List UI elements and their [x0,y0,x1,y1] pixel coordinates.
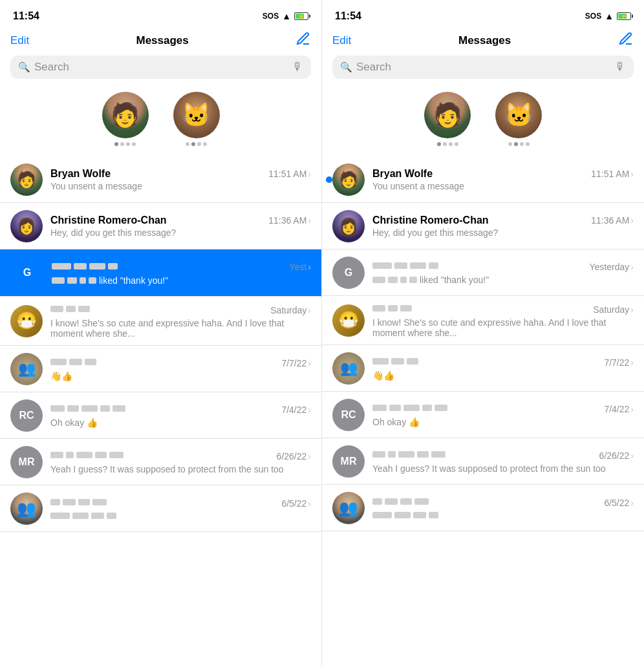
redacted-bar [409,277,417,283]
time-label: 11:51 AM [591,169,629,179]
conversation-avatar: RC [10,399,43,432]
contact-name-redacted [372,449,445,460]
pinned-contact-1[interactable]: 🧑 [418,92,477,146]
search-icon: 🔍 [340,61,352,73]
conversation-header: 7/7/22 › [372,355,634,369]
conversation-row[interactable]: MR6/26/22 ›Yeah I guess? It was supposed… [0,439,321,485]
conversation-time: 11:36 AM › [268,215,311,226]
compose-button[interactable] [618,31,634,50]
conversation-row[interactable]: 👥7/7/22 ›👋👍 [0,346,321,392]
redacted-bar [388,277,398,283]
pinned-contact-2[interactable]: 🐱 [489,92,548,146]
conversation-content: 6/26/22 ›Yeah I guess? It was supposed t… [372,449,634,474]
conversation-row[interactable]: 👩Christine Romero-Chan11:36 AM ›Hey, did… [322,203,644,249]
message-preview: 👋👍 [50,371,311,381]
conversation-row[interactable]: 👥6/5/22 › [0,485,321,532]
pinned-contact-1[interactable]: 🧑 [96,92,155,146]
redacted-bar [391,358,404,365]
conversation-avatar: MR [10,446,43,478]
time-label: 11:51 AM [268,169,306,179]
conversation-row[interactable]: GYesterday ›liked "thank you!" [322,249,644,296]
dot-indicator [120,142,124,146]
redacted-bar [50,405,65,412]
time-label: 7/4/22 [281,405,306,415]
conversation-avatar: 👥 [332,352,365,385]
conversation-avatar: MR [332,445,365,478]
search-placeholder: Search [356,61,611,74]
conversation-content: Bryan Wolfe11:51 AM ›You unsent a messag… [50,168,311,191]
message-preview: You unsent a message [372,181,634,191]
conversation-header: 6/26/22 › [50,449,311,463]
redacted-bar [372,262,392,269]
conversations-list: 🧑Bryan Wolfe11:51 AM ›You unsent a messa… [0,156,321,667]
conversation-time: 7/7/22 › [281,358,311,368]
conversation-content: 7/7/22 ›👋👍 [50,356,311,381]
pinned-dots [508,142,530,146]
conversation-row[interactable]: GYest ›liked "thank you!" [0,249,321,297]
pinned-contact-2[interactable]: 🐱 [167,92,226,146]
search-bar[interactable]: 🔍 Search 🎙 [10,56,311,79]
conversation-time: 6/26/22 › [277,451,311,461]
edit-button[interactable]: Edit [332,34,351,47]
conversation-content: Christine Romero-Chan11:36 AM ›Hey, did … [372,215,634,238]
conversation-row[interactable]: RC7/4/22 ›Oh okay 👍 [0,392,321,439]
conversation-avatar: 🧑 [332,164,365,196]
conversation-avatar: 🧑 [10,164,43,196]
redacted-bar [66,306,76,312]
conversation-time: Yesterday › [590,262,634,272]
dot-indicator [197,142,201,146]
message-preview [372,511,634,520]
unread-indicator [326,176,332,183]
conversation-avatar: 👥 [10,353,43,385]
search-bar[interactable]: 🔍 Search 🎙 [332,56,634,79]
mic-icon[interactable]: 🎙 [292,61,303,74]
conversation-avatar: 👥 [10,492,43,525]
conversation-row[interactable]: MR6/26/22 ›Yeah I guess? It was supposed… [322,438,644,485]
conversation-header: 6/26/22 › [372,449,634,462]
compose-button[interactable] [295,31,311,50]
conversation-row[interactable]: 👩Christine Romero-Chan11:36 AM ›Hey, did… [0,203,321,249]
conversation-row[interactable]: 👥7/7/22 ›👋👍 [322,345,644,392]
redacted-bar [50,359,67,365]
conversation-time: Saturday › [593,304,634,315]
conversation-row[interactable]: RC7/4/22 ›Oh okay 👍 [322,392,644,438]
conversation-row[interactable]: 😷Saturday ›I know! She's so cute and exp… [0,297,321,346]
conversation-time: Saturday › [270,305,311,315]
conversation-row[interactable]: 😷Saturday ›I know! She's so cute and exp… [322,296,644,345]
dot-indicator [520,142,524,146]
conversation-avatar: G [332,257,365,289]
conversation-content: Yesterday ›liked "thank you!" [372,260,634,285]
redacted-bar [417,451,429,458]
redacted-bar [50,306,63,312]
dot-indicator [514,142,518,146]
conversation-row[interactable]: 👥6/5/22 › [322,485,644,531]
conversation-avatar: 😷 [10,305,43,337]
time-label: Yesterday [590,262,630,272]
chevron-right-icon: › [630,498,634,508]
pinned-avatar: 🐱 [495,92,542,138]
dot-indicator [203,142,207,146]
conversation-avatar: 👩 [332,210,365,242]
contact-name-redacted [50,403,125,414]
redacted-bar [400,305,412,312]
redacted-bar [372,277,385,283]
message-preview: liked "thank you!" [372,275,634,285]
conversation-row[interactable]: 🧑Bryan Wolfe11:51 AM ›You unsent a messa… [322,156,644,203]
message-preview: I know! She's so cute and expressive hah… [50,318,311,339]
conversation-header: Christine Romero-Chan11:36 AM › [50,215,311,226]
pinned-avatar: 🧑 [102,92,149,138]
conversation-header: Saturday › [372,302,634,316]
conversation-header: Bryan Wolfe11:51 AM › [50,168,311,180]
contact-name-redacted [50,496,107,508]
conversation-time: 11:51 AM › [591,169,634,179]
conversation-row[interactable]: 🧑Bryan Wolfe11:51 AM ›You unsent a messa… [0,156,321,203]
redacted-bar [385,498,398,505]
chevron-right-icon: › [630,262,634,272]
message-preview: Yeah I guess? It was supposed to protect… [50,464,311,474]
contact-name: Bryan Wolfe [50,168,111,180]
chevron-right-icon: › [308,358,311,368]
conversation-time: 7/4/22 › [604,404,634,414]
edit-button[interactable]: Edit [10,34,29,47]
redacted-bar [66,452,74,458]
mic-icon[interactable]: 🎙 [615,61,626,74]
